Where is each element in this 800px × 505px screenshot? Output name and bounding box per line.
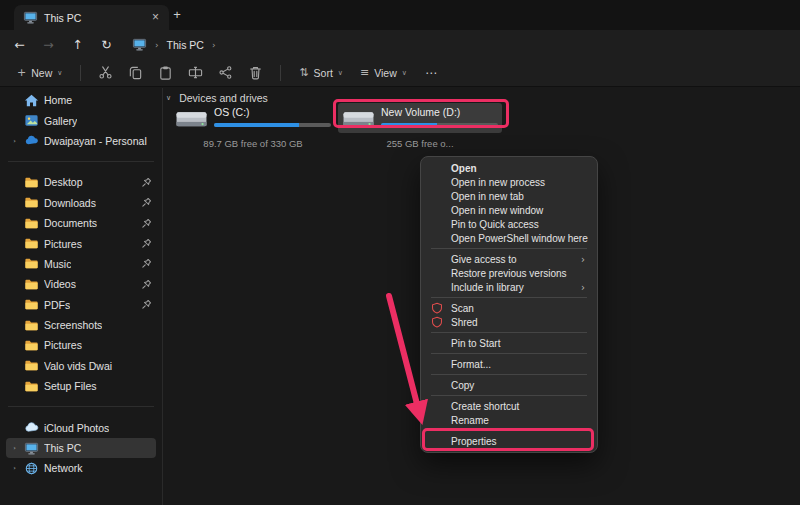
file-explorer-window: This PC × + ← → ↑ ↻ › This PC › + New ∨: [0, 0, 800, 505]
trash-icon: [248, 65, 263, 80]
address-bar[interactable]: › This PC ›: [132, 37, 216, 52]
sidebar-item-valo-vids-dwai[interactable]: Valo vids Dwai: [6, 356, 156, 376]
drive-os-c[interactable]: OS (C:) 89.7 GB free of 330 GB: [171, 103, 335, 149]
onedrive-cloud-icon: [24, 133, 39, 148]
chevron-down-icon: ∨: [57, 69, 62, 77]
forward-button[interactable]: →: [35, 37, 62, 52]
delete-button[interactable]: [242, 62, 269, 84]
sidebar-item-label: Setup Files: [44, 380, 97, 392]
network-icon: [24, 461, 39, 476]
menu-item-include-in-library[interactable]: Include in library ›: [421, 280, 597, 294]
navigation-bar: ← → ↑ ↻ › This PC ›: [0, 30, 800, 59]
menu-item-give-access-to[interactable]: Give access to ›: [421, 252, 597, 266]
sidebar-item-music[interactable]: Music: [6, 254, 156, 274]
sidebar-item-label: Dwaipayan - Personal: [44, 135, 147, 147]
menu-item-rename[interactable]: Rename: [421, 413, 597, 427]
navigation-sidebar: Home Gallery › Dwaipayan - Personal Desk…: [0, 88, 163, 505]
new-tab-button[interactable]: +: [168, 7, 186, 22]
toolbar-divider: [280, 65, 281, 81]
cut-button[interactable]: [92, 62, 119, 84]
sidebar-item-label: Gallery: [44, 115, 77, 127]
icloud-icon: [24, 420, 39, 435]
sidebar-item-downloads[interactable]: Downloads: [6, 193, 156, 213]
sidebar-item-network[interactable]: › Network: [6, 458, 156, 478]
sidebar-item-videos[interactable]: Videos: [6, 274, 156, 294]
menu-separator: [431, 248, 587, 249]
plus-icon: +: [17, 66, 26, 79]
sort-button[interactable]: ⇅ Sort ∨: [292, 62, 350, 84]
chevron-down-icon: ∨: [402, 69, 407, 77]
pin-icon: [141, 238, 152, 249]
menu-item-open-in-new-tab[interactable]: Open in new tab: [421, 189, 597, 203]
menu-item-pin-to-quick-access[interactable]: Pin to Quick access: [421, 217, 597, 231]
sidebar-item-this-pc[interactable]: › This PC: [6, 438, 156, 458]
command-toolbar: + New ∨ ⇅ Sort ∨ ≡ View ∨ ⋯: [0, 59, 800, 87]
up-button[interactable]: ↑: [64, 37, 91, 52]
copy-button[interactable]: [122, 62, 149, 84]
pin-icon: [141, 299, 152, 310]
menu-item-create-shortcut[interactable]: Create shortcut: [421, 399, 597, 413]
menu-item-open[interactable]: Open: [421, 161, 597, 175]
menu-separator: [431, 395, 587, 396]
sidebar-item-gallery[interactable]: Gallery: [6, 110, 156, 130]
menu-item-pin-to-start[interactable]: Pin to Start: [421, 336, 597, 350]
menu-item-copy[interactable]: Copy: [421, 378, 597, 392]
share-button[interactable]: [212, 62, 239, 84]
see-more-button[interactable]: ⋯: [417, 66, 446, 80]
pin-icon: [141, 177, 152, 188]
menu-item-open-in-new-process[interactable]: Open in new process: [421, 175, 597, 189]
sidebar-item-label: Home: [44, 94, 72, 106]
location-monitor-icon: [132, 37, 147, 52]
sidebar-item-icloud-photos[interactable]: iCloud Photos: [6, 417, 156, 437]
sidebar-item-pictures[interactable]: Pictures: [6, 233, 156, 253]
menu-separator: [431, 332, 587, 333]
clipboard-icon: [158, 65, 173, 80]
menu-item-restore-previous-versions[interactable]: Restore previous versions: [421, 266, 597, 280]
view-lines-icon: ≡: [360, 66, 369, 79]
paste-button[interactable]: [152, 62, 179, 84]
expand-chevron-icon[interactable]: ›: [10, 464, 19, 472]
menu-item-format[interactable]: Format...: [421, 357, 597, 371]
breadcrumb-separator-icon: ›: [155, 40, 159, 50]
drive-name: OS (C:): [214, 106, 331, 118]
back-button[interactable]: ←: [6, 37, 33, 52]
pin-icon: [141, 218, 152, 229]
sidebar-item-pictures-2[interactable]: Pictures: [6, 335, 156, 355]
expand-chevron-icon[interactable]: ›: [10, 137, 19, 145]
chevron-down-icon: ∨: [338, 69, 343, 77]
refresh-button[interactable]: ↻: [93, 37, 120, 52]
sidebar-item-onedrive[interactable]: › Dwaipayan - Personal: [6, 131, 156, 151]
new-button[interactable]: + New ∨: [10, 62, 69, 84]
context-menu: Open Open in new process Open in new tab…: [420, 156, 598, 453]
sidebar-item-home[interactable]: Home: [6, 90, 156, 110]
pin-icon: [141, 258, 152, 269]
rename-button[interactable]: [182, 62, 209, 84]
menu-item-open-powershell-window-here[interactable]: Open PowerShell window here: [421, 231, 597, 245]
sidebar-item-label: Valo vids Dwai: [44, 360, 112, 372]
section-collapse-chevron-icon[interactable]: ∨: [166, 94, 171, 102]
tab-this-pc[interactable]: This PC ×: [14, 5, 169, 30]
drive-free-space: 89.7 GB free of 330 GB: [171, 138, 335, 149]
folder-icon: [24, 297, 39, 312]
menu-item-scan[interactable]: Scan: [421, 301, 597, 315]
menu-item-open-in-new-window[interactable]: Open in new window: [421, 203, 597, 217]
sidebar-item-setup-files[interactable]: Setup Files: [6, 376, 156, 396]
pin-icon: [141, 197, 152, 208]
sidebar-item-desktop[interactable]: Desktop: [6, 172, 156, 192]
sidebar-item-label: Pictures: [44, 238, 82, 250]
sidebar-item-screenshots[interactable]: Screenshots: [6, 315, 156, 335]
gallery-icon: [24, 113, 39, 128]
sidebar-item-label: Pictures: [44, 339, 82, 351]
breadcrumb-this-pc[interactable]: This PC: [167, 39, 204, 51]
expand-chevron-icon[interactable]: ›: [10, 444, 19, 452]
sidebar-item-documents[interactable]: Documents: [6, 213, 156, 233]
view-button[interactable]: ≡ View ∨: [353, 62, 414, 84]
sidebar-separator: [8, 161, 154, 162]
sidebar-item-label: iCloud Photos: [44, 422, 109, 434]
tab-close-icon[interactable]: ×: [148, 10, 163, 25]
folder-icon: [24, 358, 39, 373]
sidebar-item-pdfs[interactable]: PDFs: [6, 295, 156, 315]
menu-separator: [431, 297, 587, 298]
menu-item-shred[interactable]: Shred: [421, 315, 597, 329]
folder-icon: [24, 318, 39, 333]
